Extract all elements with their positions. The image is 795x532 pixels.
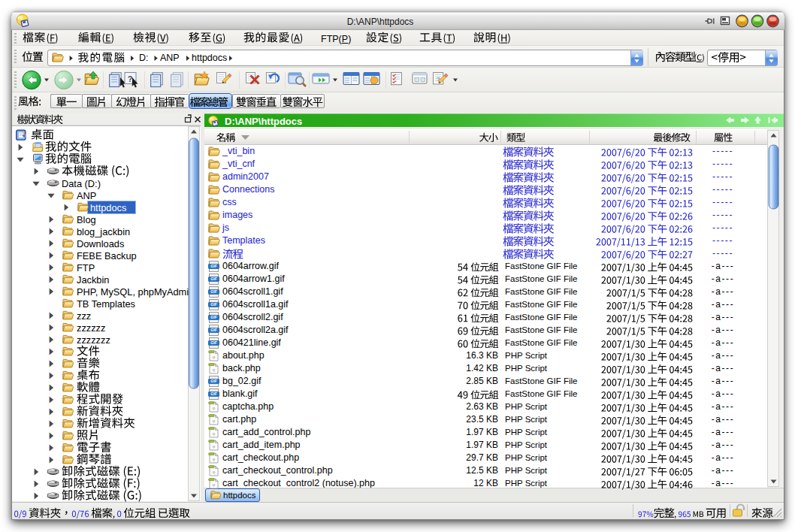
svg-text:?: ?	[128, 74, 133, 83]
